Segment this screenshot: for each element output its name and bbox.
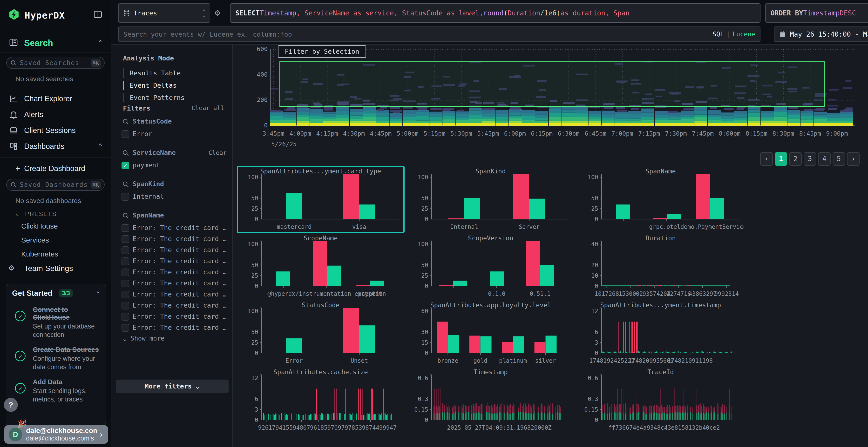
page-button-3[interactable]: 3 <box>804 152 816 166</box>
get-started-progress-badge: 3/3 <box>59 289 73 298</box>
lucene-search-input[interactable]: Search your events w/ Lucene ex. column:… <box>118 27 761 42</box>
checkbox[interactable] <box>122 324 129 332</box>
filter-option-label: Error: The credit card … <box>133 302 227 309</box>
create-dashboard-button[interactable]: + Create Dashboard <box>0 162 111 177</box>
step-desc: Set up your database connection <box>33 322 100 339</box>
svg-text:Unset: Unset <box>350 357 368 364</box>
sidebar-item-clickhouse[interactable]: ClickHouse <box>21 222 58 230</box>
mini-chart-spanattributes-cache-size[interactable]: SpanAttributes.cache.size036129261794155… <box>238 368 404 433</box>
sidebar-item-dashboards[interactable]: Dashboards ⌃ <box>0 140 111 154</box>
filter-option[interactable]: Internal <box>123 192 227 203</box>
lang-toggle-lucene[interactable]: Lucene <box>733 31 755 38</box>
source-select[interactable]: Traces ⌃⌄ <box>118 3 210 23</box>
filter-option-label: Error: The credit card … <box>133 257 227 265</box>
tab-event-deltas[interactable]: Event Deltas <box>123 79 185 92</box>
filter-option-label: Error: The credit card … <box>133 235 227 243</box>
page-button-4[interactable]: 4 <box>818 152 831 166</box>
filter-option[interactable]: Error: The credit card … <box>123 267 227 278</box>
svg-text:100: 100 <box>248 241 258 248</box>
chevron-up-icon[interactable]: ⌃ <box>96 290 100 297</box>
sidebar-item-team-settings[interactable]: ⚙ Team Settings <box>0 262 111 276</box>
more-filters-button[interactable]: More filters ⌄ <box>116 380 228 393</box>
filter-option[interactable]: Error: The credit card … <box>123 223 227 234</box>
tab-results-table[interactable]: Results Table <box>123 67 185 79</box>
sidebar-item-chart-explorer[interactable]: Chart Explorer <box>0 92 111 107</box>
filter-panel: Analysis Mode Results Table Event Deltas… <box>112 45 233 447</box>
filter-option[interactable]: Error: The credit card … <box>123 323 227 334</box>
show-more-link[interactable]: ⌄ Show more <box>123 335 227 342</box>
tab-event-patterns[interactable]: Event Patterns <box>123 92 185 104</box>
user-menu[interactable]: D dale@clickhouse.com dale@clickhouse.co… <box>4 425 108 444</box>
checkbox[interactable] <box>122 193 129 201</box>
database-icon <box>123 9 130 16</box>
checkbox[interactable] <box>122 313 129 320</box>
date-range-picker[interactable]: May 26 15:40:00 - May 26 21:10:00 <box>774 27 868 42</box>
checkbox[interactable] <box>122 269 129 276</box>
mini-chart-traceid[interactable]: TraceId00.150.30.6ff736674e4a9348c43e815… <box>578 368 744 433</box>
checkbox[interactable] <box>122 291 129 299</box>
saved-dashboards-input[interactable]: Saved Dashboards ⌘K <box>6 179 105 191</box>
sql-token: Duration <box>507 9 540 17</box>
checkbox[interactable] <box>122 130 129 138</box>
sidebar-item-alerts[interactable]: Alerts <box>0 108 111 123</box>
checkbox[interactable] <box>122 235 129 243</box>
filter-option[interactable]: Error: The credit card … <box>123 289 227 301</box>
logo-row: HyperDX <box>0 0 111 29</box>
svg-text:ScopeName: ScopeName <box>304 235 338 242</box>
mini-chart-spanattributes-app-loyalty-level[interactable]: SpanAttributes.app.loyalty.level0153060b… <box>407 301 574 366</box>
sidebar-item-services[interactable]: Services <box>21 236 49 244</box>
chevron-down-icon[interactable]: ⌄ <box>16 210 19 217</box>
checkbox[interactable] <box>122 224 129 232</box>
mini-chart-spanattributes-yment-card-type[interactable]: SpanAttributes...yment.card_type02550100… <box>238 167 404 232</box>
mini-chart-statuscode[interactable]: StatusCode02550100ErrorUnset <box>238 301 404 366</box>
page-button-1[interactable]: 1 <box>775 152 787 166</box>
mini-chart-duration[interactable]: Duration01020401017268153000219357420422… <box>578 234 744 299</box>
help-button[interactable]: ? <box>4 398 18 412</box>
filter-option[interactable]: ✓payment <box>123 161 227 171</box>
mini-chart-timestamp[interactable]: Timestamp00.150.30.62025-05-27T04:09:31.… <box>407 368 574 433</box>
page-button-5[interactable]: 5 <box>833 152 845 166</box>
svg-text:0.6: 0.6 <box>588 375 598 381</box>
mini-chart-spanname[interactable]: SpanName02550100grpc.oteldemo.PaymentSer… <box>578 167 744 232</box>
checkbox-checked[interactable]: ✓ <box>122 162 129 169</box>
filter-option[interactable]: Error: The credit card … <box>123 278 227 289</box>
checkbox[interactable] <box>122 302 129 309</box>
mini-chart-scopename[interactable]: ScopeName02550100@hyperdx/instrumentatio… <box>238 234 404 299</box>
sql-select-input[interactable]: SELECT Timestamp, ServiceName as service… <box>230 3 761 23</box>
heatmap-selection-box[interactable] <box>279 61 825 107</box>
filter-option[interactable]: Error: The credit card … <box>123 245 227 256</box>
sidebar-item-client-sessions[interactable]: Client Sessions <box>0 124 111 139</box>
checkbox[interactable] <box>122 280 129 287</box>
get-started-step[interactable]: ✓ Create Data Sources Configure where yo… <box>6 342 105 375</box>
mini-chart-spanattributes-yment-timestamp[interactable]: SpanAttributes...yment.timestamp03612174… <box>578 301 744 366</box>
filter-option[interactable]: Error: The credit card … <box>123 312 227 323</box>
mini-chart-scopeversion[interactable]: ScopeVersion025501000.1.00.51.1 <box>407 234 574 299</box>
filter-option[interactable]: Error: The credit card … <box>123 234 227 245</box>
filter-option[interactable]: Error: The credit card … <box>123 256 227 267</box>
page-prev-button[interactable]: ‹ <box>760 152 773 166</box>
svg-text:6: 6 <box>595 329 598 336</box>
checkbox[interactable] <box>122 257 129 265</box>
chevron-up-icon[interactable]: ⌃ <box>98 38 102 46</box>
filter-option[interactable]: Error <box>123 129 227 140</box>
filter-option[interactable]: Error: The credit card … <box>123 301 227 312</box>
svg-text:25: 25 <box>251 272 258 279</box>
get-started-step[interactable]: ✓ Connect to ClickHouse Set up your data… <box>6 303 105 342</box>
mini-chart-spankind[interactable]: SpanKind02550100InternalServer <box>407 167 574 232</box>
get-started-step[interactable]: ✓ Add Data Start sending logs, metrics, … <box>6 375 105 407</box>
page-button-2[interactable]: 2 <box>789 152 802 166</box>
presets-label[interactable]: PRESETS <box>25 210 57 217</box>
filter-clear-link[interactable]: Clear <box>209 149 227 156</box>
sidebar-collapse-icon[interactable] <box>93 10 103 19</box>
search-icon <box>122 212 129 219</box>
checkbox[interactable] <box>122 246 129 254</box>
search-section-header[interactable]: Search ⌃ <box>0 35 111 52</box>
page-next-button[interactable]: › <box>847 152 860 166</box>
order-by-input[interactable]: ORDER BY Timestamp DESC <box>765 3 868 23</box>
filter-by-selection-button[interactable]: Filter by Selection <box>278 45 366 58</box>
lang-toggle-sql[interactable]: SQL <box>712 31 724 38</box>
clear-all-link[interactable]: Clear all <box>192 105 224 111</box>
gear-icon[interactable]: ⚙ <box>215 7 220 18</box>
sidebar-item-kubernetes[interactable]: Kubernetes <box>21 250 58 258</box>
saved-searches-input[interactable]: Saved Searches ⌘K <box>6 57 105 69</box>
